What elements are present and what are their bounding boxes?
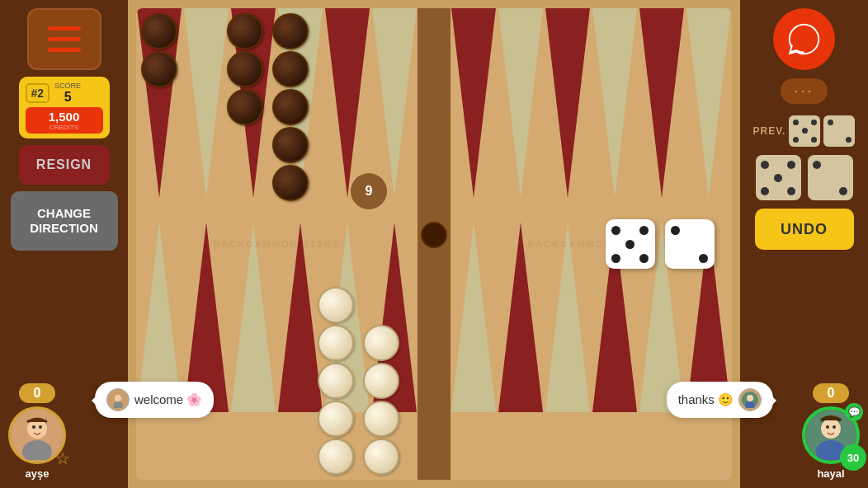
dot-empty: [685, 240, 694, 249]
checker-dark[interactable]: [141, 13, 177, 49]
dot-empty: [802, 120, 808, 125]
chat-message-left: welcome 🌸: [134, 392, 202, 407]
checker-dark[interactable]: [272, 51, 309, 87]
credits-label: CREDITS: [32, 124, 97, 131]
dot-empty: [839, 161, 847, 169]
checker-dark[interactable]: [141, 51, 177, 87]
dot: [828, 120, 833, 125]
dot-empty: [625, 226, 634, 235]
checker-dark[interactable]: [272, 127, 309, 163]
chat-button[interactable]: [773, 8, 835, 70]
checker-dark[interactable]: [227, 13, 263, 49]
dot: [846, 137, 851, 143]
checker-count-9: 9: [351, 173, 387, 209]
current-die-1: [756, 155, 801, 200]
svg-point-9: [821, 419, 841, 439]
chat-bubble-left: welcome 🌸: [95, 382, 214, 418]
triangle-16: [591, 8, 638, 210]
menu-line2: [48, 37, 81, 41]
checker-light[interactable]: [363, 325, 399, 361]
checker-light[interactable]: [318, 439, 354, 475]
triangle-15: [545, 8, 592, 210]
options-button[interactable]: ···: [781, 78, 827, 104]
current-dice: [756, 155, 853, 200]
chat-message-right: thanks 🙂: [678, 392, 734, 407]
triangle-14: [498, 8, 545, 210]
dot-empty: [699, 226, 708, 235]
prev-header: PREV.: [753, 115, 856, 147]
rank-badge: #2: [26, 83, 50, 103]
checker-dark[interactable]: [227, 89, 263, 125]
dot-empty: [837, 128, 842, 134]
checker-light[interactable]: [318, 325, 354, 361]
dot: [811, 120, 817, 125]
dot-empty: [802, 137, 808, 143]
prev-die-2: [823, 115, 855, 147]
dot-empty: [611, 240, 620, 249]
menu-line3: [48, 48, 81, 52]
chat-avatar-image-right: [742, 392, 758, 408]
dot: [787, 187, 795, 195]
checker-light[interactable]: [363, 439, 399, 475]
checker-dark[interactable]: [272, 13, 309, 49]
checker-dark[interactable]: [272, 165, 309, 201]
bar-area: [421, 220, 447, 250]
board-dice: [606, 219, 715, 269]
dot: [793, 137, 799, 143]
dot-empty: [761, 174, 769, 182]
dot-empty: [787, 174, 795, 182]
resign-button[interactable]: RESIGN: [19, 145, 110, 185]
checker-light[interactable]: [318, 401, 354, 437]
dot: [671, 226, 680, 235]
change-direction-button[interactable]: CHANGE DIRECTION: [11, 191, 118, 251]
player-right-score: 0: [813, 383, 850, 403]
dot: [774, 174, 782, 182]
player-left-name: ayşe: [26, 467, 50, 480]
dot: [625, 240, 634, 249]
player-left-avatar-container: ☆: [8, 406, 66, 464]
dot: [639, 254, 649, 263]
dot-empty: [846, 120, 851, 125]
dot-empty: [774, 187, 782, 195]
triangle-17: [638, 8, 685, 210]
checker-light[interactable]: [318, 287, 354, 323]
player-right-chat-icon: 💬: [845, 403, 863, 421]
dot: [839, 187, 847, 195]
player-left-area: 0 ☆ ayşe: [8, 383, 66, 480]
dot-empty: [826, 187, 834, 195]
credits-value: 1,500: [32, 110, 97, 124]
triangle-18: [685, 8, 732, 210]
dot: [699, 254, 708, 263]
menu-button[interactable]: [27, 8, 101, 70]
svg-point-3: [32, 425, 35, 429]
checker-light[interactable]: [318, 363, 354, 399]
dot-empty: [837, 120, 842, 125]
dot: [611, 226, 620, 235]
score-value: 5: [54, 90, 81, 105]
chat-avatar-right: [738, 388, 762, 411]
bar-checker: [421, 222, 447, 248]
checker-light[interactable]: [363, 401, 399, 437]
dot: [802, 128, 808, 134]
dot: [811, 137, 817, 143]
dot-empty: [685, 254, 694, 263]
dot-empty: [774, 161, 782, 169]
checker-light[interactable]: [363, 363, 399, 399]
dot: [793, 120, 799, 125]
score-label: SCORE: [54, 82, 81, 90]
dot-empty: [671, 254, 680, 263]
chat-avatar-image-left: [110, 392, 126, 408]
checker-dark[interactable]: [227, 51, 263, 87]
board-die-1: [606, 219, 655, 269]
prev-die-1: [789, 115, 820, 147]
chat-avatar-left: [106, 388, 130, 411]
svg-point-14: [747, 395, 753, 401]
dot: [787, 161, 795, 169]
svg-point-6: [115, 395, 121, 401]
checker-dark[interactable]: [272, 89, 309, 125]
current-die-2: [808, 155, 853, 200]
dot-empty: [826, 174, 834, 182]
undo-button[interactable]: UNDO: [755, 209, 854, 250]
player-right-area: 0 30 💬 hayal: [802, 383, 860, 480]
triangle-2: [183, 8, 230, 210]
